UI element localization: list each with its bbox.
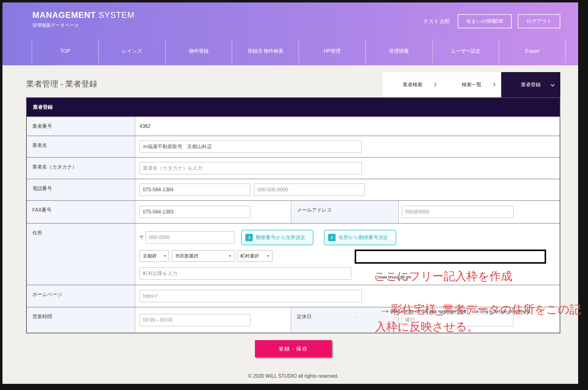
nav-item-export[interactable]: Export <box>499 39 566 63</box>
chevron-right-icon <box>433 83 437 87</box>
chevron-down-icon <box>551 83 555 87</box>
prefecture-select[interactable]: 京都府 ▼ <box>139 250 169 262</box>
phone-input-2[interactable] <box>254 184 365 196</box>
vendor-number-value: 4362 <box>139 124 151 129</box>
logout-button[interactable]: ログアウト <box>518 14 560 28</box>
town-select[interactable]: 町村選択 ▼ <box>237 250 272 262</box>
vendor-name-label: 業者名 <box>27 136 135 157</box>
select-arrow-icon: ▼ <box>229 254 232 258</box>
tab-vendor-search[interactable]: 業者検索 <box>383 72 442 97</box>
tab-vendor-register-label: 業者登録 <box>521 82 541 88</box>
annotation-note-2: Phản ánh địa chỉ của data người bán (業者)… <box>390 309 531 313</box>
tab-search-results-label: 検索一覧 <box>462 82 481 88</box>
email-input[interactable] <box>402 206 513 218</box>
tab-search-results[interactable]: 検索一覧 <box>442 72 501 97</box>
chevron-right-icon <box>492 83 496 87</box>
user-name: テスト太郎 <box>423 18 450 25</box>
free-entry-box-annotation <box>355 250 546 264</box>
row-vendor-name: 業者名 <box>27 136 560 157</box>
nav-item-admin-info[interactable]: 管理情報 <box>365 39 432 63</box>
breadcrumb-tabs: 業者検索 検索一覧 業者登録 <box>383 72 560 97</box>
row-vendor-name-kana: 業者名（カタカナ） <box>27 157 560 179</box>
holiday-label-text: 定休日 <box>297 314 312 319</box>
main-nav: TOP レインズ 物件登録 登録済 物件検索 HP管理 管理情報 ユーザー設定 … <box>32 39 566 63</box>
header-actions: テスト太郎 住まいの情報DB ログアウト <box>423 14 560 28</box>
annotation-note-1: Create khung để ghi <box>375 275 411 279</box>
row-fax-email: FAX番号 メールアドレス <box>27 200 560 223</box>
business-hours-label: 営業時間 <box>27 307 135 333</box>
form-section-header: 業者登録 <box>27 98 560 116</box>
address-to-zip-button[interactable]: 住所から郵便番号決定 <box>324 230 396 245</box>
select-arrow-icon: ▼ <box>267 254 270 258</box>
vendor-name-kana-input[interactable] <box>139 162 362 174</box>
address-label: 住所 <box>27 224 135 285</box>
row-vendor-number: 業者番号 4362 <box>27 116 560 136</box>
nav-item-hp-admin[interactable]: HP管理 <box>299 39 365 63</box>
zip-to-address-button[interactable]: 郵便番号から住所決定 <box>241 230 313 245</box>
annotation-red-line-3: 入枠に反映させる。 <box>375 321 478 332</box>
brand: MANAGEMENT SYSTEM 管理画面データベース <box>32 10 135 28</box>
app-page: MANAGEMENT SYSTEM 管理画面データベース テスト太郎 住まいの情… <box>2 2 578 384</box>
page-title: 業者管理 - 業者登録 <box>26 79 97 89</box>
footer-copyright: © 2020 WILL STUDIO all rights reserved. <box>26 373 560 379</box>
brand-title: MANAGEMENT SYSTEM <box>32 10 135 20</box>
app-header: MANAGEMENT SYSTEM 管理画面データベース テスト太郎 住まいの情… <box>2 2 578 65</box>
street-input[interactable] <box>139 267 351 280</box>
row-phone: 電話番号 <box>27 179 560 200</box>
save-button[interactable]: 登録・保存 <box>255 340 332 357</box>
city-select-value: 市区郡選択 <box>175 253 198 259</box>
nav-item-property-register[interactable]: 物件登録 <box>165 39 232 63</box>
address-postal-row: 〒 郵便番号から住所決定 住所から郵便番号決定 <box>139 230 560 245</box>
fax-label: FAX番号 <box>27 201 135 223</box>
tab-vendor-register[interactable]: 業者登録 <box>501 72 560 97</box>
select-arrow-icon: ▼ <box>163 254 166 258</box>
homepage-label: ホームページ <box>27 285 135 307</box>
brand-title-light: SYSTEM <box>99 10 135 20</box>
tab-vendor-search-label: 業者検索 <box>403 82 422 88</box>
fax-input[interactable] <box>139 206 250 218</box>
phone-label: 電話番号 <box>27 179 135 200</box>
chevron-right-icon <box>328 234 336 241</box>
housing-info-db-button[interactable]: 住まいの情報DB <box>458 14 512 28</box>
homepage-input[interactable] <box>139 290 362 302</box>
nav-item-top[interactable]: TOP <box>32 39 99 63</box>
save-area: 登録・保存 <box>26 340 560 357</box>
vendor-number-label: 業者番号 <box>27 117 135 136</box>
email-label: メールアドレス <box>291 201 399 223</box>
vendor-register-form: 業者登録 業者番号 4362 業者名 業者名（カタカナ） 電話番号 <box>26 97 560 333</box>
brand-title-bold: MANAGEMENT <box>32 10 96 20</box>
nav-item-property-search[interactable]: 登録済 物件検索 <box>232 39 299 63</box>
chevron-right-icon <box>245 234 253 241</box>
business-hours-input[interactable] <box>139 314 250 326</box>
nav-item-user-settings[interactable]: ユーザー設定 <box>432 39 499 63</box>
zip-to-address-label: 郵便番号から住所決定 <box>256 234 305 241</box>
stray-dot: . <box>354 313 356 319</box>
postal-code-input[interactable] <box>146 231 234 244</box>
town-select-value: 町村選択 <box>240 253 259 259</box>
vendor-name-input[interactable] <box>139 140 362 153</box>
nav-item-reins[interactable]: レインズ <box>99 39 165 63</box>
vendor-name-kana-label: 業者名（カタカナ） <box>27 158 135 179</box>
brand-subtitle: 管理画面データベース <box>32 22 135 28</box>
address-to-zip-label: 住所から郵便番号決定 <box>339 234 388 241</box>
city-select[interactable]: 市区郡選択 ▼ <box>172 250 234 262</box>
prefecture-select-value: 京都府 <box>143 253 157 259</box>
main-content: 業者管理 - 業者登録 業者検索 検索一覧 業者登録 業者登録 <box>2 65 578 379</box>
postal-mark: 〒 <box>139 234 145 241</box>
title-band: 業者管理 - 業者登録 業者検索 検索一覧 業者登録 <box>26 65 560 97</box>
phone-input-1[interactable] <box>139 184 250 196</box>
